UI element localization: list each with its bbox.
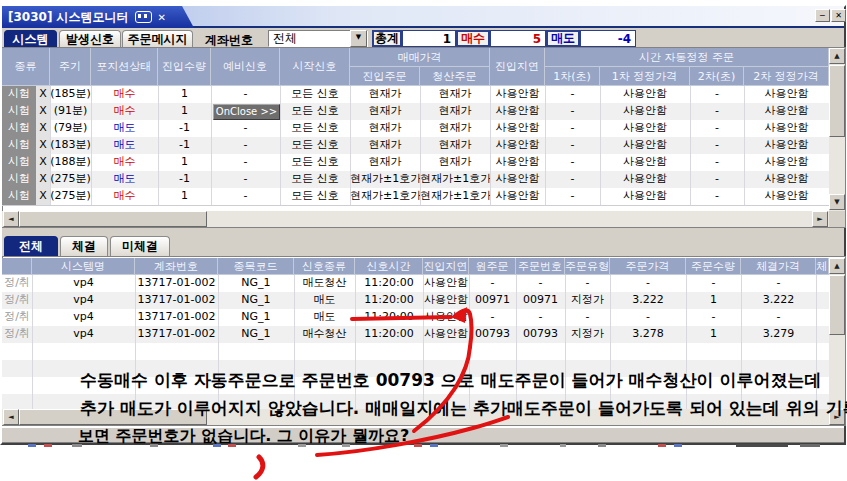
summary-value: 5	[490, 30, 546, 47]
scroll-left-icon[interactable]: ◄	[3, 211, 19, 227]
title-close-icon[interactable]: ✕	[158, 12, 166, 23]
cell-exit-order: 현재가	[420, 120, 491, 138]
cell-period: (275분)	[50, 171, 92, 189]
tab-filled[interactable]: 체결	[60, 236, 108, 256]
cell-t2-price: 사용안함	[744, 137, 830, 155]
empty-cell	[423, 343, 470, 361]
cell-reserve-signal: -	[211, 171, 281, 189]
cell-order-price: -	[610, 275, 687, 293]
cell-fill-price: -	[741, 275, 817, 293]
cell-order-qty: 1	[686, 326, 742, 344]
column-header: 주문번호	[516, 258, 565, 275]
cell-qty: 1	[158, 154, 212, 172]
clipped-glyph	[500, 444, 508, 447]
cell-order-type: 지정가	[565, 292, 611, 310]
page-title: [3030] 시스템모니터	[8, 9, 129, 26]
cell-start-signal: 모든 신호	[280, 103, 351, 121]
comment-bar: 보면 주문번호가 없습니다. 그 이유가 뭘까요?	[2, 426, 844, 443]
summary-value: 1	[402, 30, 456, 47]
scroll-right-icon[interactable]: ►	[812, 211, 828, 227]
tab-all[interactable]: 전체	[4, 236, 58, 256]
h-scrollbar-thumb[interactable]	[19, 211, 207, 227]
cell-fill-price: -	[741, 309, 817, 327]
cell-fill-qty	[816, 309, 830, 327]
empty-cell	[686, 343, 742, 361]
scroll-left-icon[interactable]: ◄	[3, 409, 19, 425]
column-header: 진입지연	[423, 258, 469, 275]
column-header: 신호종류	[294, 258, 355, 275]
column-header: 1차 정정가격	[600, 67, 690, 86]
account-select[interactable]: 전체 ▼	[268, 30, 368, 47]
modify-cancel-button[interactable]: 정/취	[2, 326, 33, 344]
scroll-up-icon[interactable]: ▲	[829, 48, 845, 64]
title-tab[interactable]: [3030] 시스템모니터 ✕	[2, 6, 194, 28]
cell-signal-time: 11:20:00	[355, 309, 424, 327]
cell-orig-order: 00971	[469, 292, 517, 310]
cell-reserve-signal	[211, 103, 281, 121]
cell-period: (188분)	[50, 154, 92, 172]
chevron-down-icon[interactable]: ▼	[350, 30, 367, 47]
clipped-glyph	[28, 444, 36, 447]
cell-system: 시험	[2, 120, 37, 138]
cell-t2-sec: -	[690, 171, 745, 189]
cell-account-no: 13717-01-002	[135, 292, 219, 310]
cell-period-x: X	[36, 137, 51, 155]
cell-system: 시험	[2, 154, 37, 172]
column-header	[2, 258, 32, 275]
tab-order-messages[interactable]: 주문메시지	[122, 30, 193, 48]
tab-unfilled[interactable]: 미체결	[110, 236, 170, 256]
cell-order-no: -	[516, 275, 566, 293]
cell-t1-sec: -	[545, 120, 601, 138]
cell-qty: 1	[158, 86, 212, 104]
modify-cancel-button[interactable]: 정/취	[2, 309, 33, 327]
cell-reserve-signal: -	[211, 86, 281, 104]
cell-symbol-code: NG_1	[218, 275, 295, 293]
cell-signal-time: 11:20:00	[355, 275, 424, 293]
signal-row: 시험X(183분)매도-1-모든 신호현재가현재가사용안함-사용안함-사용안함	[2, 137, 829, 154]
column-header: 시작신호	[280, 48, 350, 86]
v-scrollbar2-thumb[interactable]	[829, 275, 845, 335]
cell-account-no: 13717-01-002	[135, 275, 219, 293]
cell-entry-delay: 사용안함	[423, 292, 470, 310]
cell-qty: 1	[158, 103, 212, 121]
summary-label: 매수	[456, 30, 490, 47]
scroll-up-icon[interactable]: ▲	[829, 258, 845, 274]
empty-cell	[565, 343, 611, 361]
cell-entry-delay: 사용안함	[490, 120, 546, 138]
column-header: 주문가격	[610, 258, 686, 275]
clipped-glyph	[430, 444, 438, 447]
cell-reserve-signal: -	[211, 120, 281, 138]
cell-t2-sec: -	[690, 103, 745, 121]
tab-signals[interactable]: 발생신호	[59, 30, 121, 48]
cell-order-price: 3.222	[610, 292, 687, 310]
tab-system[interactable]: 시스템	[4, 30, 57, 48]
v-scrollbar-thumb[interactable]	[829, 65, 845, 137]
cell-t1-price: 사용안함	[600, 103, 691, 121]
cell-symbol-code: NG_1	[218, 292, 295, 310]
cell-t2-price: 사용안함	[744, 171, 830, 189]
column-header: 체결가격	[741, 258, 816, 275]
cell-entry-order: 현재가±1호가	[350, 171, 421, 189]
cell-system-name: vp4	[32, 326, 136, 344]
cell-reserve-signal: -	[211, 154, 281, 172]
cell-t1-sec: -	[545, 188, 601, 206]
cell-fill-price: 3.279	[741, 326, 817, 344]
modify-cancel-button[interactable]: 정/취	[2, 292, 33, 310]
column-header: 1차(초)	[545, 67, 600, 86]
cell-system: 시험	[2, 188, 37, 206]
column-header: 신호시간	[355, 258, 423, 275]
cell-t2-sec: -	[690, 86, 745, 104]
cell-entry-delay: 사용안함	[490, 171, 546, 189]
scroll-down-icon[interactable]: ▼	[829, 194, 845, 210]
cell-entry-order: 현재가±1호가	[350, 188, 421, 206]
column-header: 체결	[816, 258, 829, 275]
cell-t1-sec: -	[545, 154, 601, 172]
cell-order-qty: -	[686, 275, 742, 293]
close-button[interactable]: ✕	[831, 9, 846, 22]
column-header: 주문수량	[686, 258, 741, 275]
order-row: 정/취vp413717-01-002NG_1매도11:20:00사용안함----…	[2, 309, 829, 326]
minimize-button[interactable]: ─	[815, 9, 830, 22]
modify-cancel-button[interactable]: 정/취	[2, 275, 33, 293]
cell-period: (275분)	[50, 188, 92, 206]
cell-exit-order: 현재가±1호가	[420, 171, 491, 189]
